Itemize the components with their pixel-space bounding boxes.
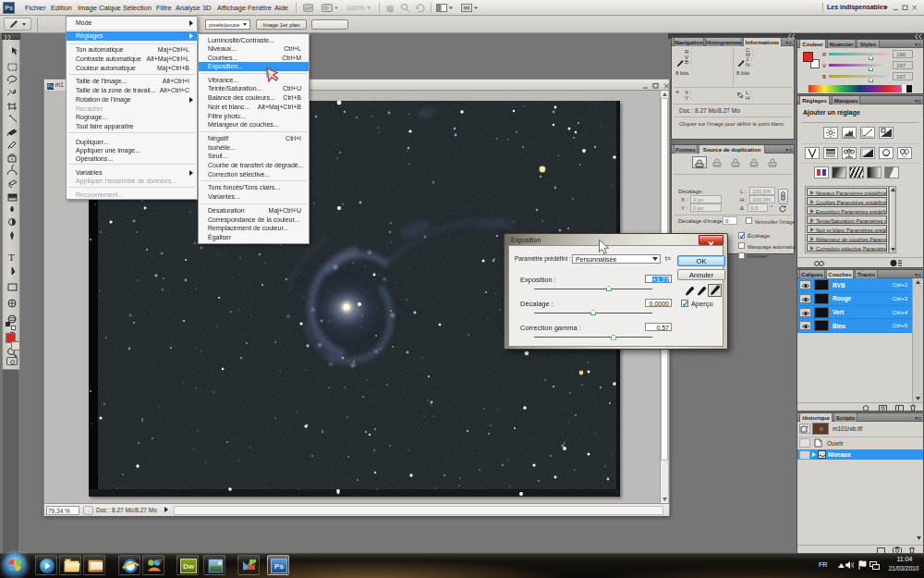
svg-text:T: T <box>8 252 15 263</box>
